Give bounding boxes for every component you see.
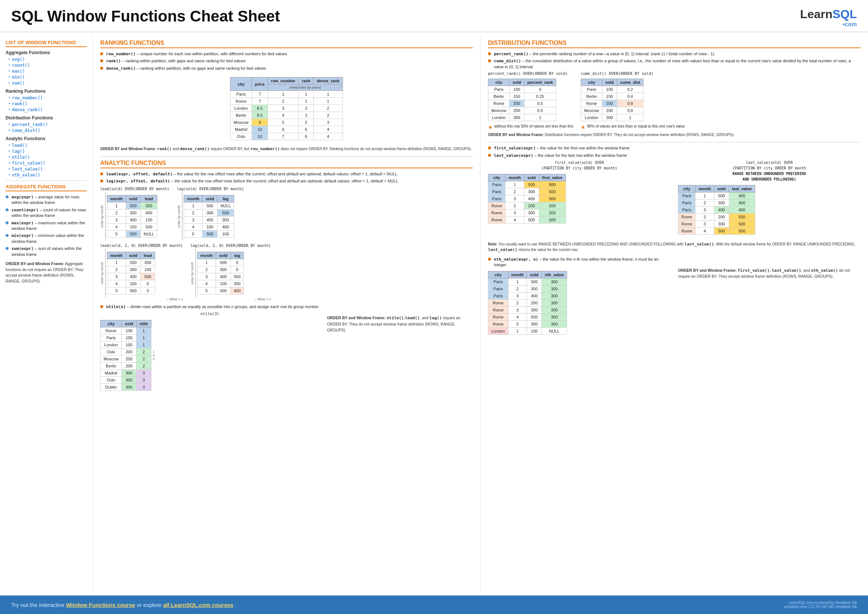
lead-table-2: lead(sold, 2, 0) OVER(ORDER BY month) or… [100,243,183,301]
bullet-dot [100,305,103,308]
table-row: Paris2300500 [488,188,566,195]
sidebar-item-cumedist: cume_dist() [9,128,87,133]
table-row: Paris1500300 [488,278,567,285]
bullet-dot [488,154,491,157]
lead-table-2-wrap: order by month monthsoldlead 1500400 230… [100,249,183,298]
nth-value-section: nth_value(expr, n) – the value for the n… [488,257,860,338]
table-row: Rome3300300 [488,306,567,313]
footer-right: LearnSQL.com is owned by Vertabelo SA ve… [784,601,857,609]
table-row: Paris3400500 [488,195,566,202]
sidebar-avg-bullet: avg(expr) – average value for rows withi… [6,194,87,206]
table-row: Rome4500300 [488,313,567,320]
ranking-section-title: RANKING FUNCTIONS [100,40,473,48]
lead-lag-tables-2: lead(sold, 2, 0) OVER(ORDER BY month) or… [100,243,473,301]
sidebar-max-bullet: max(expr) – maximum value within the win… [6,220,87,232]
table-row: Rome2200500 [678,213,755,220]
table-row: Madrid3003 [101,369,151,376]
lag-table-1: lag(sold) OVER(ORDER BY month) order by … [177,187,244,240]
lag-order-label-2: order by month [190,249,196,298]
bullet-dot [6,234,9,237]
sidebar-item-count: count() [9,63,87,68]
table-row: Paris1000.2 [581,86,643,93]
th-rownumber: row_number [268,78,299,85]
first-value-block: first_value(sold) OVER(PARTITION BY city… [488,160,670,238]
lead-data-table-1: monthsoldlead 1500300 2300400 3400100 41… [107,195,157,238]
table-row: Moscow2000.8 [581,107,643,114]
table-row: Rome4500500 [678,227,755,234]
sidebar-item-max: max() [9,68,87,74]
table-row: Rome2200300 [488,299,567,306]
sidebar-item-ntile: ntile() [9,155,87,160]
last-value-bullet: last_value(expr) – the value for the las… [488,153,860,158]
sidebar-agg-section-title: AGGREGATE FUNCTIONS [6,184,87,191]
ranking-note: ORDER BY and Window Frame: rank() and de… [100,146,473,152]
table-row: 1500400 [107,259,155,266]
star-icon: ★ [488,124,493,130]
table-row: Moscow9553 [230,119,342,126]
table-row: 5500NULL [107,231,157,238]
bullet-dot [100,52,103,55]
star-icon-2: ★ [581,124,586,130]
table-row: London1100NULL [488,327,567,335]
sidebar-item-lastvalue: last_value() [9,166,87,172]
table-row: Rome7211 [230,98,342,105]
table-row: Paris1000 [488,86,556,93]
sidebar-item-lead: lead() [9,143,87,148]
sidebar-item-nthvalue: nth_value() [9,172,87,178]
lag-order-label: order by month [177,192,183,240]
table-row: 1500NULL [184,202,234,209]
table-row: 5500400 [197,287,244,295]
footer-link-all[interactable]: all LearnSQL.com courses [163,602,233,608]
lag-data-table-2: monthsoldlag 15000 23000 3400500 4100300… [197,252,244,295]
offset-label-2: ↑ offset = 2 [190,298,271,301]
bullet-dot [488,52,491,55]
bullet-dot [6,208,9,211]
lag-table-2: lag(sold, 2, 0) OVER(ORDER BY month) ord… [190,243,271,301]
sidebar-item-avg: avg() [9,57,87,62]
bullet-dot [488,146,491,149]
lag-bullet: lag(expr, offset, default) – the value f… [100,178,473,184]
sidebar-sum-bullet: sum(expr) – sum of values within the win… [6,246,87,257]
table-row: Oslo2002 [101,348,151,355]
table-row: 4100400 [184,223,234,231]
footer-text: Try out the interactive Window Functions… [11,602,236,608]
dist-order-note: ORDER BY and Window Frame: Distribution … [488,132,860,138]
distribution-section-title: DISTRIBUTION FUNCTIONS [488,40,860,48]
bullet-dot [6,195,9,198]
lag-table-1-wrap: order by month monthsoldlag 1500NULL 230 [177,192,244,240]
bullet-dot [488,258,491,260]
sidebar-aggregate-title: Aggregate Functions [6,50,87,55]
nth-value-bullet: nth_value(expr, n) – the value for the n… [488,257,670,268]
cume-star-note: ★ 80% of values are less than or equal t… [581,124,685,130]
table-row: Rome2200200 [488,202,566,209]
table-row: Rome1001 [101,327,151,334]
table-row: London3001 [488,114,556,121]
table-row: Rome2000.5 [488,100,556,107]
footer-link-course[interactable]: Window Functions course [66,602,135,608]
footer-right-line2: vertabelo.com | CC BY-NC-ND Vertabelo SA [784,605,857,609]
nth-value-order-note: ORDER BY and Window Frame: first_value()… [678,268,860,338]
table-row: Paris1500500 [488,181,566,188]
last-value-note: Note: You usually want to use RANGE BETW… [488,241,860,253]
lead-lag-tables-1: lead(sold) OVER(ORDER BY month) order by… [100,187,473,240]
page-title: SQL Window Functions Cheat Sheet [11,8,280,25]
distribution-section: DISTRIBUTION FUNCTIONS percent_rank() – … [488,40,860,138]
ntile-labels: 1 2 3 [153,350,155,361]
lead-bullet: lead(expr, offset, default) – the value … [100,171,473,177]
logo-learn-text: Learn [800,8,832,21]
footer-or-text: or explore [137,602,163,608]
bullet-dot [6,221,9,224]
lead-table-1: lead(sold) OVER(ORDER BY month) order by… [100,187,170,240]
th-denserank: dense_rank [314,78,342,85]
table-row: Madrid10664 [230,126,342,133]
percent-rank-bullet: percent_rank() – the percentile ranking … [488,51,860,57]
ntile-note: ORDER BY and Window Frame: ntile(),lead(… [327,315,473,393]
main-content: LIST OF WINDOW FUNCTIONS Aggregate Funct… [0,32,868,595]
logo-sql-text: SQL [832,8,857,21]
ranking-table: city price row_number rank dense_rank ov… [230,77,342,140]
table-row: 41000 [107,280,155,287]
percent-rank-table: citysoldpercent_rank Paris1000 Berlin150… [488,79,556,121]
bullet-dot [100,59,103,62]
cume-dist-table: citysoldcume_dist Paris1000.2 Berlin1500… [581,79,644,121]
percent-rank-title: percent_rank() OVER(ORDER BY sold) [488,71,573,76]
